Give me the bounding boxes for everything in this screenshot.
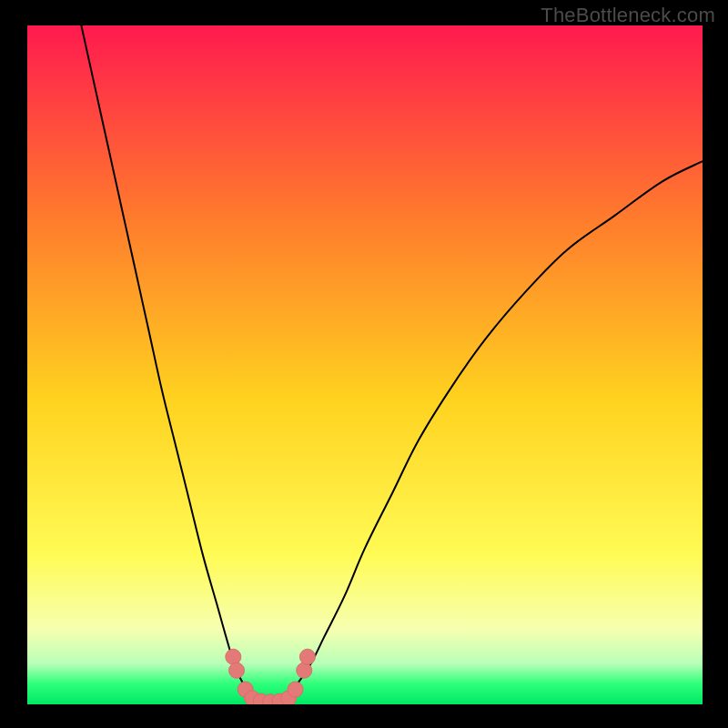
watermark-text: TheBottleneck.com	[541, 4, 715, 27]
chart-svg	[27, 25, 703, 704]
plot-area	[27, 25, 703, 704]
gradient-background	[27, 25, 703, 704]
valley-marker	[226, 649, 241, 664]
valley-marker	[297, 662, 312, 678]
chart-frame: TheBottleneck.com	[0, 0, 728, 728]
valley-marker	[288, 682, 303, 697]
valley-marker	[299, 649, 315, 664]
valley-marker	[228, 662, 244, 678]
